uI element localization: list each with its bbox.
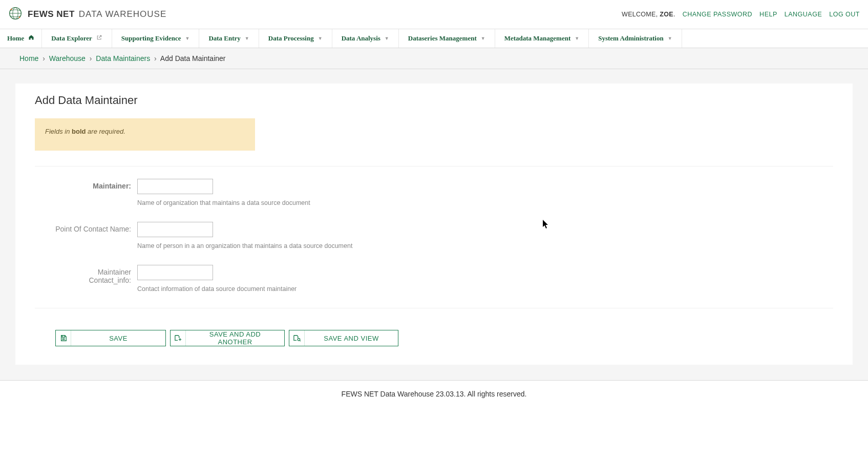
contact-name-input[interactable] (137, 222, 213, 237)
maintainer-help: Name of organization that maintains a da… (137, 199, 833, 206)
footer: FEWS NET Data Warehouse 23.03.13. All ri… (0, 380, 868, 407)
svg-point-4 (19, 17, 20, 18)
form-row-maintainer: Maintainer: Name of organization that ma… (35, 179, 833, 206)
contact-name-label: Point Of Contact Name: (35, 222, 137, 249)
header-left: FEWS NET DATA WAREHOUSE (8, 6, 166, 23)
save-view-icon (289, 330, 305, 346)
globe-logo-icon (8, 6, 23, 23)
help-link[interactable]: HELP (759, 11, 777, 18)
svg-line-6 (300, 340, 301, 341)
main-area: Add Data Maintainer Fields in bold are r… (0, 69, 868, 380)
nav-supporting-evidence[interactable]: Supporting Evidence ▼ (112, 29, 200, 48)
svg-point-3 (11, 9, 12, 10)
contact-name-help: Name of person in a an organization that… (137, 242, 833, 249)
save-and-view-button[interactable]: SAVE AND VIEW (289, 330, 398, 346)
logo-fews-label: FEWS NET (28, 9, 75, 19)
form-row-contact-info: Maintainer Contact_info: Contact informa… (35, 265, 833, 293)
home-icon (28, 34, 34, 43)
breadcrumb-home[interactable]: Home (19, 54, 38, 62)
contact-info-label: Maintainer Contact_info: (35, 265, 137, 293)
nav-data-entry[interactable]: Data Entry ▼ (199, 29, 259, 48)
nav-data-explorer[interactable]: Data Explorer (42, 29, 112, 48)
maintainer-input[interactable] (137, 179, 213, 194)
footer-text: FEWS NET Data Warehouse 23.03.13. All ri… (342, 390, 527, 398)
change-password-link[interactable]: CHANGE PASSWORD (683, 11, 752, 18)
maintainer-label: Maintainer: (35, 179, 137, 206)
button-row: SAVE SAVE AND ADD ANOTHER SAVE AND VIEW (35, 308, 833, 346)
chevron-down-icon: ▼ (385, 36, 389, 41)
form-row-contact-name: Point Of Contact Name: Name of person in… (35, 222, 833, 249)
content-card: Add Data Maintainer Fields in bold are r… (15, 84, 853, 365)
nav-bar: Home Data Explorer Supporting Evidence ▼… (0, 29, 868, 48)
contact-info-help: Contact information of data source docum… (137, 285, 833, 293)
nav-metadata-management[interactable]: Metadata Management ▼ (495, 29, 589, 48)
breadcrumb-current: Add Data Maintainer (160, 54, 226, 62)
nav-data-processing[interactable]: Data Processing ▼ (259, 29, 332, 48)
contact-info-input[interactable] (137, 265, 213, 280)
save-button[interactable]: SAVE (55, 330, 166, 346)
header-bar: FEWS NET DATA WAREHOUSE WELCOME, ZOE. CH… (0, 0, 868, 29)
save-icon (56, 330, 71, 346)
logo-text: FEWS NET DATA WAREHOUSE (28, 9, 166, 19)
chevron-down-icon: ▼ (575, 36, 579, 41)
logo-dw-label: DATA WAREHOUSE (79, 9, 166, 19)
logout-link[interactable]: LOG OUT (829, 11, 860, 18)
required-fields-notice: Fields in bold are required. (35, 118, 255, 151)
form-section: Maintainer: Name of organization that ma… (35, 166, 833, 293)
chevron-down-icon: ▼ (481, 36, 485, 41)
breadcrumb-warehouse[interactable]: Warehouse (49, 54, 86, 62)
language-link[interactable]: LANGUAGE (785, 11, 822, 18)
welcome-text: WELCOME, ZOE. (622, 11, 675, 18)
nav-data-analysis[interactable]: Data Analysis ▼ (332, 29, 399, 48)
save-and-add-another-button[interactable]: SAVE AND ADD ANOTHER (170, 330, 285, 346)
chevron-down-icon: ▼ (185, 36, 189, 41)
chevron-down-icon: ▼ (245, 36, 249, 41)
save-add-icon (171, 330, 186, 346)
svg-point-5 (298, 338, 300, 340)
external-link-icon (96, 34, 102, 43)
nav-system-administration[interactable]: System Administration ▼ (589, 29, 682, 48)
breadcrumb-data-maintainers[interactable]: Data Maintainers (96, 54, 150, 62)
header-right: WELCOME, ZOE. CHANGE PASSWORD HELP LANGU… (622, 11, 860, 18)
page-title: Add Data Maintainer (35, 94, 833, 107)
nav-dataseries-management[interactable]: Dataseries Management ▼ (399, 29, 495, 48)
chevron-down-icon: ▼ (668, 36, 672, 41)
chevron-down-icon: ▼ (318, 36, 323, 41)
breadcrumb: Home › Warehouse › Data Maintainers › Ad… (0, 48, 868, 69)
nav-home[interactable]: Home (0, 29, 42, 48)
